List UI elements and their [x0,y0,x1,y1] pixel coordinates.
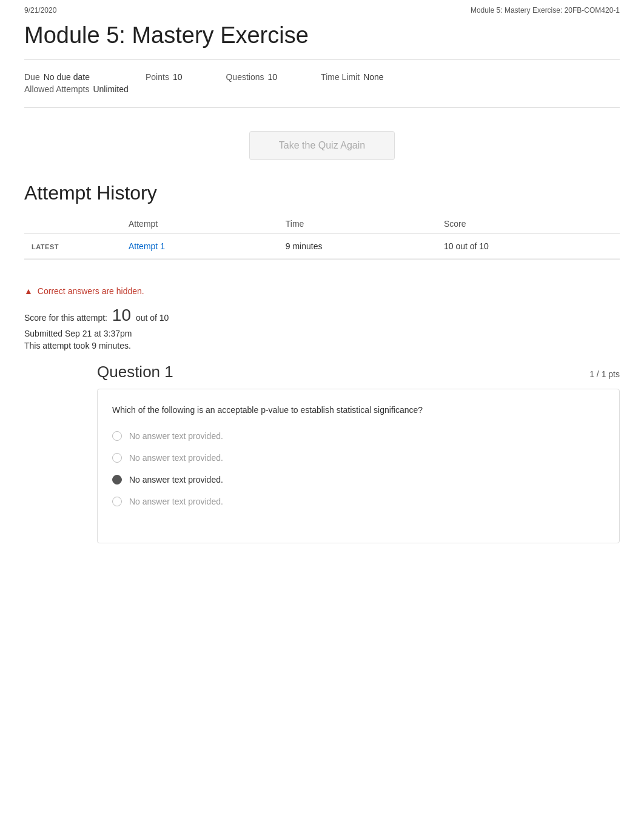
answer-option-4[interactable]: No answer text provided. [112,497,605,506]
col-header-time: Time [278,214,437,234]
attempt-link[interactable]: Attempt 1 [129,241,165,251]
question-title: Question 1 [97,363,173,381]
page-title: Module 5: Mastery Exercise [24,22,620,50]
attempt-details-section: ▲ Correct answers are hidden. Score for … [24,274,620,350]
attempt-took: This attempt took 9 minutes. [24,341,620,350]
breadcrumb: Module 5: Mastery Exercise: 20FB-COM420-… [471,6,620,15]
score-number: 10 [112,306,131,324]
time-limit-value: None [363,72,383,82]
divider-1 [24,59,620,60]
question-1-section: Question 1 1 / 1 pts Which of the follow… [97,363,620,543]
questions-container: Question 1 1 / 1 pts Which of the follow… [24,363,620,543]
latest-badge: LATEST [32,243,59,250]
col-header-attempt: Attempt [121,214,278,234]
attempt-history-title: Attempt History [24,182,620,204]
meta-row-1: Due No due date Points 10 Questions 10 T… [24,65,620,84]
allowed-attempts-label: Allowed Attempts [24,84,89,94]
divider-3 [24,259,620,260]
allowed-attempts-value: Unlimited [93,84,128,94]
col-header-blank [24,214,121,234]
due-label: Due [24,72,40,82]
submit-info: Submitted Sep 21 at 3:37pm [24,329,620,338]
score-suffix: out of 10 [136,313,169,323]
answer-text-3: No answer text provided. [129,475,223,485]
warning-icon: ▲ [24,286,33,296]
points-label: Points [146,72,169,82]
col-header-score: Score [437,214,620,234]
question-text: Which of the following is an acceptable … [112,404,605,417]
take-quiz-section: Take the Quiz Again [24,113,620,172]
table-row: LATEST Attempt 1 9 minutes 10 out of 10 [24,233,620,258]
score-prefix: Score for this attempt: [24,313,107,323]
answer-text-1: No answer text provided. [129,431,223,441]
due-value: No due date [44,72,90,82]
score-line: Score for this attempt: 10 out of 10 [24,306,620,325]
questions-label: Questions [226,72,264,82]
answer-radio-2 [112,453,122,463]
answer-radio-3 [112,475,122,485]
attempt-score: 10 out of 10 [437,233,620,258]
question-1-header: Question 1 1 / 1 pts [97,363,620,381]
answer-radio-4 [112,497,122,506]
answer-text-4: No answer text provided. [129,497,223,506]
question-1-box: Which of the following is an acceptable … [97,389,620,543]
correct-answers-hidden-text: Correct answers are hidden. [38,286,144,296]
time-limit-label: Time Limit [321,72,360,82]
date-label: 9/21/2020 [24,6,56,15]
answer-text-2: No answer text provided. [129,453,223,463]
correct-answers-hidden-row: ▲ Correct answers are hidden. [24,286,620,296]
attempt-time: 9 minutes [278,233,437,258]
answer-option-1[interactable]: No answer text provided. [112,431,605,441]
answer-radio-1 [112,431,122,441]
answer-option-2[interactable]: No answer text provided. [112,453,605,463]
question-points: 1 / 1 pts [589,369,620,379]
points-value: 10 [173,72,183,82]
meta-row-2: Allowed Attempts Unlimited [24,84,620,102]
take-quiz-button[interactable]: Take the Quiz Again [249,131,395,160]
attempt-history-table: Attempt Time Score LATEST Attempt 1 9 mi… [24,214,620,259]
divider-2 [24,107,620,108]
answer-option-3[interactable]: No answer text provided. [112,475,605,485]
questions-value: 10 [268,72,278,82]
